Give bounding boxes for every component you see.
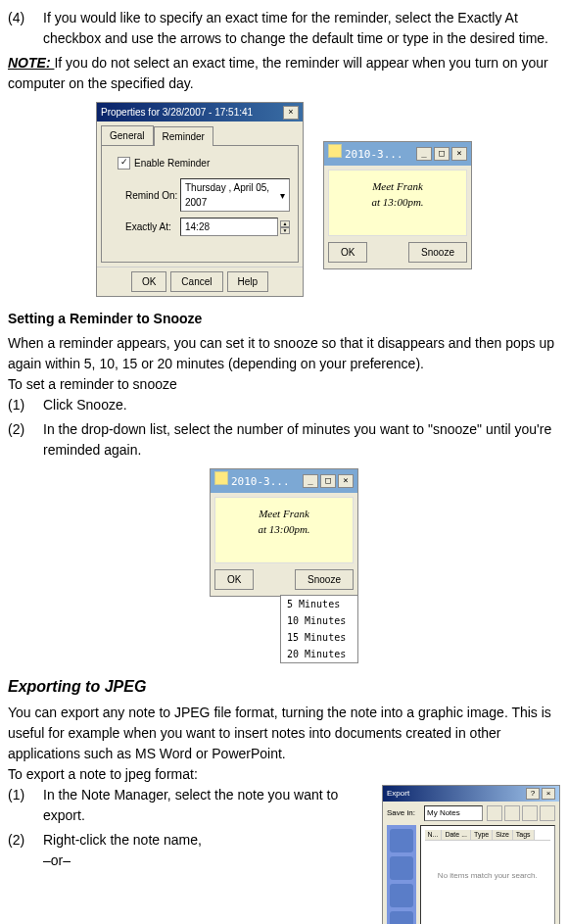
minimize-icon[interactable]: _ — [303, 474, 318, 488]
remind-on-row: Remind On: Thursday , April 05, 2007 ▾ — [125, 178, 290, 212]
reminder-titlebar: 2010-3... _ □ × — [211, 469, 357, 493]
export-main: N... Date ... Type Size Tags No items ma… — [387, 825, 555, 925]
list-header: N... Date ... Type Size Tags — [425, 830, 550, 842]
help-icon[interactable]: ? — [526, 788, 540, 800]
checkbox-icon[interactable]: ✓ — [118, 157, 130, 170]
close-icon[interactable]: × — [542, 788, 555, 800]
col-size[interactable]: Size — [493, 830, 513, 841]
exactly-at-value: 14:28 — [185, 219, 210, 234]
export-step-2: (2) Right-click the note name, –or– — [8, 830, 362, 871]
checkbox-label: Enable Reminder — [134, 156, 210, 170]
tab-general[interactable]: General — [101, 125, 154, 145]
step-number: (1) — [8, 395, 43, 415]
export-heading: Exporting to JPEG — [8, 675, 560, 699]
note-line: at 13:00pm. — [258, 523, 309, 535]
note-content: Meet Frank at 13:00pm. — [328, 170, 467, 236]
computer-icon[interactable] — [390, 911, 413, 925]
col-date[interactable]: Date ... — [442, 830, 471, 841]
reminder-titlebar: 2010-3... _ □ × — [324, 142, 471, 166]
snooze-option-10[interactable]: 10 Minutes — [281, 612, 357, 629]
snooze-option-5[interactable]: 5 Minutes — [281, 596, 357, 612]
snooze-button[interactable]: Snooze — [295, 569, 354, 590]
snooze-step-2: (2) In the drop-down list, select the nu… — [8, 419, 560, 461]
dialog-buttons: OK Cancel Help — [97, 267, 303, 296]
export-intro: To export a note to jpeg format: — [8, 764, 560, 785]
col-type[interactable]: Type — [471, 830, 493, 841]
step-text: In the Note Manager, select the note you… — [43, 785, 362, 826]
tab-reminder[interactable]: Reminder — [154, 126, 213, 146]
export-title: Export — [387, 788, 409, 800]
close-icon[interactable]: × — [338, 474, 354, 488]
step-4: (4) If you would like to specify an exac… — [8, 8, 560, 49]
views-icon[interactable] — [540, 805, 555, 821]
snooze-option-20[interactable]: 20 Minutes — [281, 646, 357, 662]
remind-on-input[interactable]: Thursday , April 05, 2007 ▾ — [180, 178, 290, 212]
note-line: Meet Frank — [259, 508, 309, 519]
snooze-button[interactable]: Snooze — [408, 242, 467, 263]
toolbar-icons — [487, 805, 555, 821]
snooze-option-15[interactable]: 15 Minutes — [281, 629, 357, 646]
up-icon[interactable] — [504, 805, 520, 821]
exactly-at-input[interactable]: 14:28 — [180, 218, 278, 236]
snooze-dropdown[interactable]: 5 Minutes 10 Minutes 15 Minutes 20 Minut… — [280, 595, 358, 663]
export-step-1: (1) In the Note Manager, select the note… — [8, 785, 362, 826]
step-text: In the drop-down list, select the number… — [43, 419, 560, 461]
documents-icon[interactable] — [390, 884, 413, 907]
close-icon[interactable]: × — [283, 106, 299, 120]
step-number: (4) — [8, 8, 43, 49]
help-button[interactable]: Help — [227, 271, 269, 292]
minimize-icon[interactable]: _ — [416, 147, 432, 161]
reminder-popup: 2010-3... _ □ × Meet Frank at 13:00pm. O… — [323, 141, 472, 269]
note-line: Meet Frank — [372, 180, 423, 192]
maximize-icon[interactable]: □ — [434, 147, 450, 161]
newfolder-icon[interactable] — [522, 805, 538, 821]
savein-label: Save in: — [387, 807, 420, 819]
file-list[interactable]: N... Date ... Type Size Tags No items ma… — [420, 825, 555, 925]
close-icon[interactable]: × — [451, 147, 467, 161]
time-spinner[interactable]: ▲ ▼ — [280, 220, 290, 234]
ok-button[interactable]: OK — [328, 242, 367, 263]
recent-icon[interactable] — [390, 829, 413, 852]
savein-value: My Notes — [427, 808, 460, 817]
export-paragraph: You can export any note to JPEG file for… — [8, 703, 560, 764]
dialog-titlebar: Properties for 3/28/2007 - 17:51:41 × — [97, 103, 303, 122]
desktop-icon[interactable] — [390, 856, 413, 880]
snooze-step-1: (1) Click Snooze. — [8, 395, 560, 415]
step-text: If you would like to specify an exact ti… — [43, 8, 560, 49]
spinner-up-icon[interactable]: ▲ — [280, 220, 290, 227]
exactly-at-label: Exactly At: — [125, 219, 180, 234]
snooze-intro: To set a reminder to snooze — [8, 374, 560, 395]
properties-dialog: Properties for 3/28/2007 - 17:51:41 × Ge… — [96, 102, 304, 297]
tabs: General Reminder — [97, 122, 303, 145]
step-text: Click Snooze. — [43, 395, 560, 415]
note-icon — [328, 144, 342, 158]
step-text: Right-click the note name, –or– — [43, 830, 362, 871]
reminder-popup-snooze: 2010-3... _ □ × Meet Frank at 13:00pm. O… — [210, 468, 358, 597]
savein-select[interactable]: My Notes — [424, 805, 483, 821]
remind-on-label: Remind On: — [125, 188, 180, 203]
dropdown-icon[interactable]: ▾ — [280, 188, 285, 203]
dialog-title: Properties for 3/28/2007 - 17:51:41 — [101, 105, 253, 120]
ok-button[interactable]: OK — [131, 271, 166, 292]
note-text: If you do not select an exact time, the … — [8, 55, 548, 91]
dialog-body: ✓ Enable Reminder Remind On: Thursday , … — [101, 145, 299, 263]
enable-reminder-checkbox[interactable]: ✓ Enable Reminder — [118, 156, 290, 170]
note-paragraph: NOTE: If you do not select an exact time… — [8, 53, 560, 94]
cancel-button[interactable]: Cancel — [170, 271, 222, 292]
step-number: (2) — [8, 830, 43, 871]
reminder-title: 2010-3... — [214, 471, 290, 491]
reminder-title-text: 2010-3... — [231, 475, 290, 488]
note-icon — [214, 471, 228, 485]
remind-on-value: Thursday , April 05, 2007 — [185, 180, 280, 210]
snooze-paragraph: When a reminder appears, you can set it … — [8, 333, 560, 374]
back-icon[interactable] — [487, 805, 502, 821]
snooze-heading: Setting a Reminder to Snooze — [8, 309, 560, 329]
step-text-line: Right-click the note name, — [43, 832, 202, 848]
ok-button[interactable]: OK — [214, 569, 254, 590]
reminder-buttons: OK Snooze — [324, 240, 471, 268]
spinner-down-icon[interactable]: ▼ — [280, 227, 290, 234]
col-tags[interactable]: Tags — [513, 830, 535, 841]
col-name[interactable]: N... — [425, 830, 443, 841]
places-sidebar — [387, 825, 416, 925]
maximize-icon[interactable]: □ — [320, 474, 336, 488]
